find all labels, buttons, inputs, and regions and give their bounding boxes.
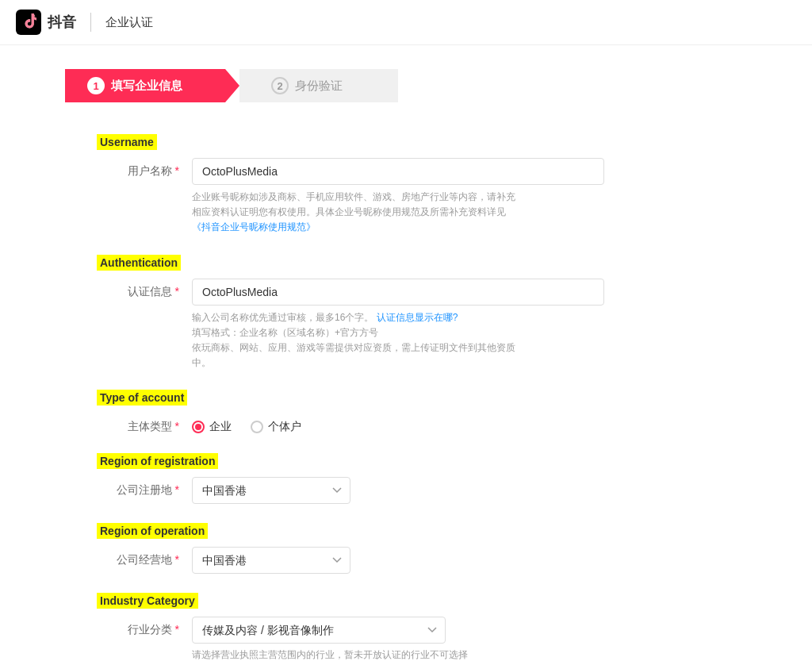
industry-field: 传媒及内容 / 影视音像制作 请选择营业执照主营范围内的行业，暂未开放认证的行业… xyxy=(192,617,715,662)
username-row: 用户名称 * 企业账号昵称如涉及商标、手机应用软件、游戏、房地产行业等内容，请补… xyxy=(97,158,715,236)
radio-individual[interactable]: 个体户 xyxy=(251,420,301,434)
auth-hint-link[interactable]: 认证信息显示在哪? xyxy=(377,312,458,323)
region-op-required: * xyxy=(175,553,179,566)
auth-field: 输入公司名称优先通过审核，最多16个字。 认证信息显示在哪? 填写格式：企业名称… xyxy=(192,279,715,371)
industry-label: 行业分类 * xyxy=(97,617,192,637)
main-content: 1 填写企业信息 2 身份验证 Username 用户名称 * 企业账号昵称如涉… xyxy=(49,45,763,665)
account-type-row: 主体类型 * 企业 个体户 xyxy=(97,413,715,434)
username-field: 企业账号昵称如涉及商标、手机应用软件、游戏、房地产行业等内容，请补充 相应资料认… xyxy=(192,158,715,236)
radio-enterprise-dot xyxy=(192,421,205,433)
region-op-label: 公司经营地 * xyxy=(97,547,192,567)
region-reg-field: 中国香港 xyxy=(192,477,715,504)
steps-container: 1 填写企业信息 2 身份验证 xyxy=(65,69,747,102)
radio-enterprise-label: 企业 xyxy=(209,420,232,434)
industry-hint: 请选择营业执照主营范围内的行业，暂未开放认证的行业不可选择 xyxy=(192,648,509,662)
region-reg-select[interactable]: 中国香港 xyxy=(192,477,350,504)
header-divider xyxy=(90,13,91,32)
form-container: Username 用户名称 * 企业账号昵称如涉及商标、手机应用软件、游戏、房地… xyxy=(65,134,747,665)
auth-row: 认证信息 * 输入公司名称优先通过审核，最多16个字。 认证信息显示在哪? 填写… xyxy=(97,279,715,371)
industry-select[interactable]: 传媒及内容 / 影视音像制作 xyxy=(192,617,446,644)
auth-input[interactable] xyxy=(192,279,604,306)
auth-label: 认证信息 * xyxy=(97,279,192,299)
step-1: 1 填写企业信息 xyxy=(65,69,239,102)
step-1-label: 填写企业信息 xyxy=(111,79,182,94)
region-op-annotation: Region of operation xyxy=(97,523,208,539)
radio-group: 企业 个体户 xyxy=(192,413,715,434)
username-required: * xyxy=(175,164,179,177)
account-type-annotation: Type of account xyxy=(97,390,187,406)
step-1-number: 1 xyxy=(87,77,105,94)
region-reg-label: 公司注册地 * xyxy=(97,477,192,498)
account-type-required: * xyxy=(175,420,179,432)
industry-annotation: Industry Category xyxy=(97,593,198,609)
username-hint: 企业账号昵称如涉及商标、手机应用软件、游戏、房地产行业等内容，请补充 相应资料认… xyxy=(192,190,604,236)
brand-name: 抖音 xyxy=(48,13,76,32)
radio-individual-dot xyxy=(251,421,263,433)
auth-required: * xyxy=(175,285,179,298)
username-label: 用户名称 * xyxy=(97,158,192,179)
tiktok-logo-icon xyxy=(16,10,41,35)
region-reg-annotation: Region of registration xyxy=(97,453,218,469)
auth-hint: 输入公司名称优先通过审核，最多16个字。 认证信息显示在哪? 填写格式：企业名称… xyxy=(192,310,604,371)
step-2-number: 2 xyxy=(271,77,289,94)
region-reg-required: * xyxy=(175,483,179,496)
account-type-label: 主体类型 * xyxy=(97,413,192,434)
username-input[interactable] xyxy=(192,158,604,185)
radio-enterprise[interactable]: 企业 xyxy=(192,420,232,434)
region-op-field: 中国香港 xyxy=(192,547,715,574)
region-op-row: 公司经营地 * 中国香港 xyxy=(97,547,715,574)
region-op-select[interactable]: 中国香港 xyxy=(192,547,350,574)
industry-row: 行业分类 * 传媒及内容 / 影视音像制作 请选择营业执照主营范围内的行业，暂未… xyxy=(97,617,715,662)
username-hint-link[interactable]: 《抖音企业号昵称使用规范》 xyxy=(192,221,316,233)
step-2: 2 身份验证 xyxy=(239,69,398,102)
logo-area: 抖音 企业认证 xyxy=(16,10,153,35)
radio-individual-label: 个体户 xyxy=(268,420,301,434)
region-reg-row: 公司注册地 * 中国香港 xyxy=(97,477,715,504)
app-header: 抖音 企业认证 xyxy=(0,0,812,45)
step-2-label: 身份验证 xyxy=(295,79,343,94)
account-type-field: 企业 个体户 xyxy=(192,413,715,434)
radio-enterprise-inner xyxy=(195,424,201,430)
auth-annotation: Authentication xyxy=(97,255,181,271)
industry-required: * xyxy=(175,623,179,636)
page-title: 企业认证 xyxy=(105,15,153,30)
svg-rect-0 xyxy=(16,10,41,35)
username-annotation: Username xyxy=(97,134,157,150)
